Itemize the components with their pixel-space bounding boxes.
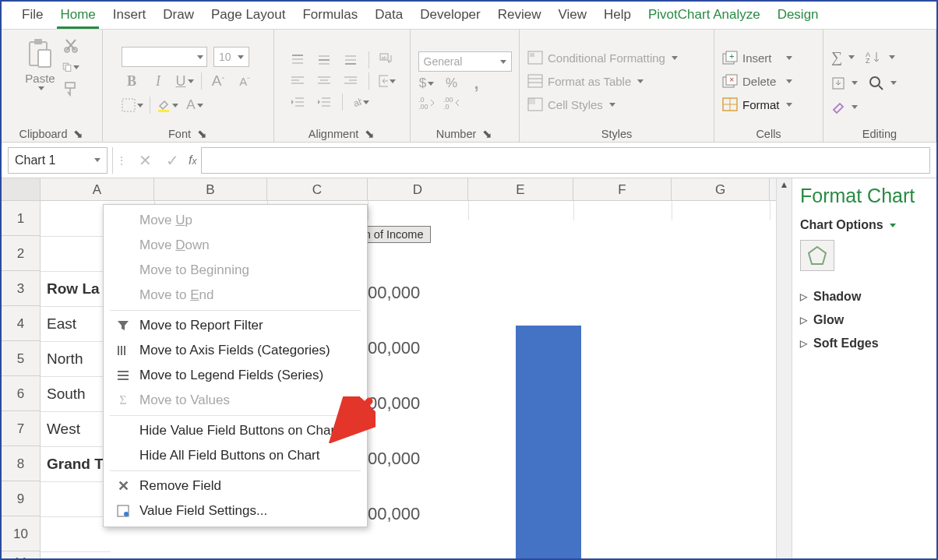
paste-button[interactable]: Paste xyxy=(25,36,56,90)
align-right-button[interactable] xyxy=(342,73,359,89)
fill-button[interactable] xyxy=(831,76,858,90)
font-color-button[interactable]: A xyxy=(185,95,205,115)
tab-home[interactable]: Home xyxy=(57,2,98,29)
bold-button[interactable]: B xyxy=(122,71,142,91)
orientation-button[interactable]: ab xyxy=(352,94,369,110)
tab-insert[interactable]: Insert xyxy=(110,2,150,29)
cell-styles-button[interactable]: Cell Styles xyxy=(527,97,678,111)
delete-cells-button[interactable]: ×Delete xyxy=(722,74,792,88)
vertical-scrollbar[interactable]: ▲ xyxy=(776,178,792,558)
tab-developer[interactable]: Developer xyxy=(417,2,484,29)
row-header-5[interactable]: 5 xyxy=(2,341,40,376)
cell-a7[interactable]: West xyxy=(41,411,111,446)
menu-move-to-axis-fields[interactable]: Move to Axis Fields (Categories) xyxy=(104,338,367,363)
worksheet-area[interactable]: A B C D E F G 1 2 3 4 5 6 7 8 9 10 11 xyxy=(2,178,776,558)
conditional-formatting-button[interactable]: Conditional Formatting xyxy=(527,51,678,65)
row-header-9[interactable]: 9 xyxy=(2,481,40,516)
name-box[interactable]: Chart 1 xyxy=(8,147,108,174)
effect-soft-edges[interactable]: ▷Soft Edges xyxy=(800,332,929,355)
row-header-7[interactable]: 7 xyxy=(2,411,40,446)
menu-move-down[interactable]: Move Down xyxy=(104,233,367,258)
currency-button[interactable]: $ xyxy=(418,76,436,91)
tab-file[interactable]: File xyxy=(19,2,46,29)
align-left-button[interactable] xyxy=(289,73,306,89)
row-header-3[interactable]: 3 xyxy=(2,271,40,306)
row-header-1[interactable]: 1 xyxy=(2,201,40,236)
menu-remove-field[interactable]: ✕Remove Field xyxy=(104,474,367,498)
font-dialog-launcher[interactable]: ⬊ xyxy=(196,128,208,140)
row-header-2[interactable]: 2 xyxy=(2,236,40,271)
effect-shadow[interactable]: ▷Shadow xyxy=(800,285,929,308)
row-header-11[interactable]: 11 xyxy=(2,551,40,558)
tab-review[interactable]: Review xyxy=(495,2,545,29)
scroll-up-arrow[interactable]: ▲ xyxy=(780,180,789,189)
menu-move-to-values[interactable]: ΣMove to Values xyxy=(104,388,367,413)
formula-input[interactable] xyxy=(201,147,930,174)
format-painter-button[interactable] xyxy=(62,81,79,97)
merge-center-button[interactable] xyxy=(379,73,396,89)
italic-button[interactable]: I xyxy=(148,71,168,91)
col-header-f[interactable]: F xyxy=(573,178,672,200)
copy-button[interactable] xyxy=(62,59,79,75)
col-header-g[interactable]: G xyxy=(672,178,770,200)
clear-button[interactable] xyxy=(831,100,858,114)
row-header-4[interactable]: 4 xyxy=(2,306,40,341)
col-header-a[interactable]: A xyxy=(41,178,154,200)
cell-a3[interactable]: Row La xyxy=(41,271,111,306)
align-middle-button[interactable] xyxy=(316,52,333,68)
percent-button[interactable]: % xyxy=(443,76,460,91)
tab-page-layout[interactable]: Page Layout xyxy=(208,2,288,29)
comma-style-button[interactable]: , xyxy=(468,76,485,91)
col-header-b[interactable]: B xyxy=(154,178,267,200)
menu-move-to-beginning[interactable]: Move to Beginning xyxy=(104,258,367,283)
increase-indent-button[interactable] xyxy=(316,94,333,110)
clipboard-dialog-launcher[interactable]: ⬊ xyxy=(72,128,85,140)
alignment-dialog-launcher[interactable]: ⬊ xyxy=(363,128,376,140)
task-pane-subtitle[interactable]: Chart Options xyxy=(800,218,929,232)
tab-formulas[interactable]: Formulas xyxy=(299,2,361,29)
cancel-formula-button[interactable]: ✕ xyxy=(134,151,157,170)
find-select-button[interactable] xyxy=(869,76,897,91)
format-cells-button[interactable]: Format xyxy=(722,97,792,111)
tab-draw[interactable]: Draw xyxy=(160,2,197,29)
menu-move-to-legend-fields[interactable]: Move to Legend Fields (Series) xyxy=(104,363,367,388)
menu-hide-value-field-buttons[interactable]: Hide Value Field Buttons on Chart xyxy=(104,418,367,443)
tab-help[interactable]: Help xyxy=(601,2,634,29)
row-header-6[interactable]: 6 xyxy=(2,376,40,411)
increase-decimal-button[interactable]: .0.00 xyxy=(418,95,436,111)
row-header-8[interactable]: 8 xyxy=(2,446,40,481)
menu-move-to-report-filter[interactable]: Move to Report Filter xyxy=(104,313,367,338)
cut-button[interactable] xyxy=(62,37,79,53)
menu-value-field-settings[interactable]: Value Field Settings... xyxy=(104,498,367,523)
font-name-select[interactable] xyxy=(122,47,207,67)
col-header-c[interactable]: C xyxy=(267,178,368,200)
cell-a5[interactable]: North xyxy=(41,341,111,376)
number-format-select[interactable]: General xyxy=(418,51,512,72)
borders-button[interactable] xyxy=(122,95,143,115)
font-size-select[interactable]: 10 xyxy=(213,47,249,67)
number-dialog-launcher[interactable]: ⬊ xyxy=(481,128,493,140)
menu-move-up[interactable]: Move Up xyxy=(104,208,367,233)
underline-button[interactable]: U xyxy=(175,71,195,91)
align-bottom-button[interactable] xyxy=(342,52,359,68)
col-header-d[interactable]: D xyxy=(368,178,468,200)
decrease-decimal-button[interactable]: .00.0 xyxy=(443,95,460,111)
wrap-text-button[interactable]: ab xyxy=(379,52,396,68)
effects-category-icon[interactable] xyxy=(800,240,834,271)
sort-filter-button[interactable]: AZ xyxy=(866,50,895,64)
cell-a4[interactable]: East xyxy=(41,306,111,341)
insert-function-button[interactable]: fx xyxy=(189,153,196,167)
tab-data[interactable]: Data xyxy=(372,2,406,29)
decrease-font-button[interactable]: Aˇ xyxy=(235,71,255,91)
decrease-indent-button[interactable] xyxy=(289,94,306,110)
cell-a8[interactable]: Grand T xyxy=(41,446,111,481)
tab-view[interactable]: View xyxy=(555,2,590,29)
tab-pivotchart-analyze[interactable]: PivotChart Analyze xyxy=(645,2,763,29)
cell-a6[interactable]: South xyxy=(41,376,111,411)
align-center-button[interactable] xyxy=(316,73,333,89)
tab-design[interactable]: Design xyxy=(774,2,822,29)
insert-cells-button[interactable]: +Insert xyxy=(722,51,792,65)
select-all-corner[interactable] xyxy=(2,178,41,200)
format-as-table-button[interactable]: Format as Table xyxy=(527,74,678,88)
menu-hide-all-field-buttons[interactable]: Hide All Field Buttons on Chart xyxy=(104,443,367,468)
